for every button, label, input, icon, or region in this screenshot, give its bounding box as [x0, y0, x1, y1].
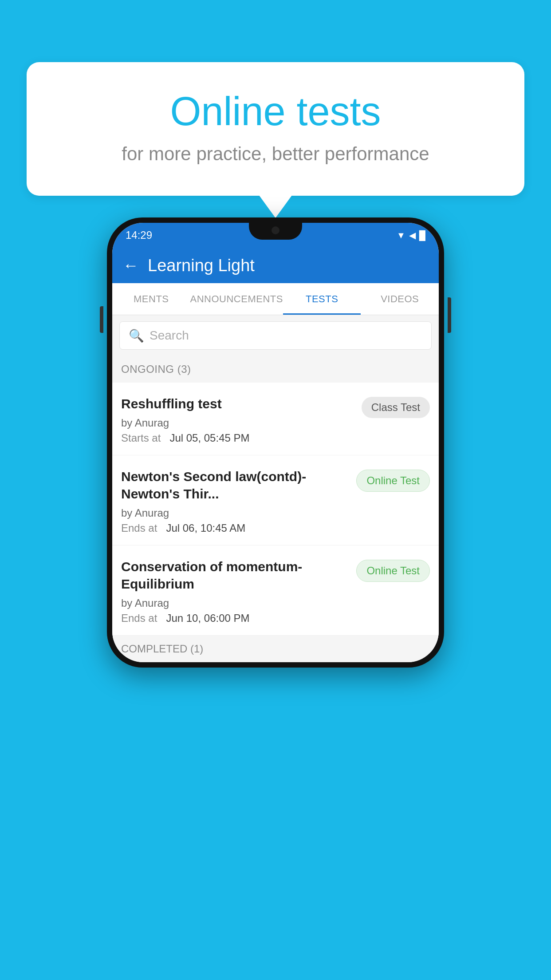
- side-button-right: [448, 297, 451, 333]
- app-header: ← Learning Light: [112, 248, 439, 283]
- search-icon: 🔍: [129, 328, 144, 343]
- test-time: Ends at Jul 06, 10:45 AM: [121, 522, 349, 534]
- status-time: 14:29: [126, 229, 152, 241]
- test-item[interactable]: Newton's Second law(contd)-Newton's Thir…: [112, 455, 439, 545]
- wifi-icon: ▼: [397, 230, 405, 241]
- time-label: Starts at: [121, 432, 161, 444]
- test-by: by Anurag: [121, 597, 349, 609]
- speech-bubble: Online tests for more practice, better p…: [27, 62, 524, 196]
- back-button[interactable]: ←: [123, 256, 139, 275]
- tab-assignments[interactable]: MENTS: [112, 283, 190, 315]
- test-time: Starts at Jul 05, 05:45 PM: [121, 432, 354, 444]
- time-value: Jun 10, 06:00 PM: [166, 612, 249, 624]
- test-badge: Online Test: [356, 470, 430, 492]
- tab-videos[interactable]: VIDEOS: [361, 283, 439, 315]
- time-value: Jul 05, 05:45 PM: [169, 432, 249, 444]
- completed-section-header: COMPLETED (1): [112, 636, 439, 662]
- test-name: Reshuffling test: [121, 395, 354, 412]
- ongoing-section-header: ONGOING (3): [112, 356, 439, 383]
- camera: [272, 226, 279, 234]
- search-input[interactable]: Search: [150, 328, 189, 343]
- time-label: Ends at: [121, 612, 157, 624]
- test-by: by Anurag: [121, 417, 354, 429]
- status-bar: 14:29 ▼ ◀ █: [112, 223, 439, 248]
- app-title: Learning Light: [148, 256, 255, 275]
- bubble-subtitle: for more practice, better performance: [62, 143, 489, 165]
- battery-icon: █: [419, 230, 425, 241]
- side-button-left: [100, 306, 103, 333]
- test-name: Newton's Second law(contd)-Newton's Thir…: [121, 468, 349, 502]
- bubble-title: Online tests: [62, 89, 489, 134]
- status-icons: ▼ ◀ █: [397, 230, 425, 241]
- search-box[interactable]: 🔍 Search: [119, 321, 432, 350]
- phone-wrapper: 14:29 ▼ ◀ █ ← Learning Light MENTS: [107, 217, 444, 668]
- tab-bar: MENTS ANNOUNCEMENTS TESTS VIDEOS: [112, 283, 439, 315]
- search-container: 🔍 Search: [112, 315, 439, 356]
- test-time: Ends at Jun 10, 06:00 PM: [121, 612, 349, 624]
- signal-icon: ◀: [409, 230, 416, 241]
- test-item-content: Reshuffling test by Anurag Starts at Jul…: [121, 395, 362, 444]
- time-value: Jul 06, 10:45 AM: [166, 522, 245, 534]
- test-item[interactable]: Conservation of momentum-Equilibrium by …: [112, 545, 439, 636]
- phone-screen: 14:29 ▼ ◀ █ ← Learning Light MENTS: [112, 223, 439, 662]
- phone-outer: 14:29 ▼ ◀ █ ← Learning Light MENTS: [107, 217, 444, 668]
- tab-announcements[interactable]: ANNOUNCEMENTS: [190, 283, 283, 315]
- tab-tests[interactable]: TESTS: [283, 283, 361, 315]
- test-badge: Class Test: [362, 397, 430, 418]
- test-item-content: Newton's Second law(contd)-Newton's Thir…: [121, 468, 356, 534]
- test-by: by Anurag: [121, 507, 349, 519]
- test-item[interactable]: Reshuffling test by Anurag Starts at Jul…: [112, 383, 439, 455]
- test-badge: Online Test: [356, 560, 430, 582]
- test-name: Conservation of momentum-Equilibrium: [121, 558, 349, 593]
- test-item-content: Conservation of momentum-Equilibrium by …: [121, 558, 356, 624]
- notch: [249, 223, 302, 240]
- time-label: Ends at: [121, 522, 157, 534]
